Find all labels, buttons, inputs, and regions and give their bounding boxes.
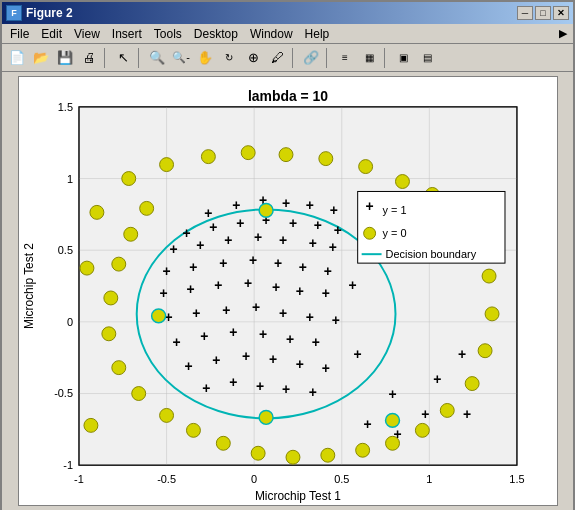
svg-point-118 — [159, 408, 173, 422]
svg-text:+: + — [222, 302, 230, 318]
svg-point-113 — [320, 448, 334, 462]
svg-point-105 — [482, 269, 496, 283]
open-button[interactable]: 📂 — [30, 47, 52, 69]
svg-text:+: + — [242, 348, 250, 364]
svg-text:-0.5: -0.5 — [157, 473, 176, 485]
colorbar-button[interactable]: ▦ — [358, 47, 380, 69]
save-button[interactable]: 💾 — [54, 47, 76, 69]
sep5 — [384, 48, 388, 68]
x-axis-label: Microchip Test 1 — [254, 489, 340, 503]
pan-button[interactable]: ✋ — [194, 47, 216, 69]
svg-text:+: + — [353, 346, 361, 362]
svg-text:+: + — [224, 232, 232, 248]
svg-text:+: + — [182, 225, 190, 241]
svg-text:+: + — [295, 356, 303, 372]
svg-text:+: + — [209, 219, 217, 235]
svg-point-132 — [79, 261, 93, 275]
svg-point-109 — [440, 403, 454, 417]
svg-text:+: + — [229, 374, 237, 390]
svg-text:1: 1 — [426, 473, 432, 485]
new-button[interactable]: 📄 — [6, 47, 28, 69]
svg-text:+: + — [348, 277, 356, 293]
svg-text:0: 0 — [66, 316, 72, 328]
svg-text:+: + — [281, 381, 289, 397]
svg-point-133 — [83, 418, 97, 432]
svg-text:+: + — [202, 380, 210, 396]
svg-text:+: + — [249, 252, 257, 268]
svg-point-136 — [363, 227, 375, 239]
menu-window[interactable]: Window — [244, 24, 299, 43]
svg-text:+: + — [333, 222, 341, 238]
svg-text:+: + — [328, 239, 336, 255]
svg-point-120 — [111, 361, 125, 375]
svg-text:+: + — [244, 275, 252, 291]
svg-text:+: + — [285, 331, 293, 347]
plot-svg: lambda = 10 — [19, 77, 557, 505]
zoom-in-button[interactable]: 🔍 — [146, 47, 168, 69]
svg-point-125 — [139, 201, 153, 215]
menu-desktop[interactable]: Desktop — [188, 24, 244, 43]
svg-text:+: + — [308, 384, 316, 400]
svg-text:+: + — [278, 305, 286, 321]
svg-text:y = 1: y = 1 — [382, 204, 406, 216]
menu-tools[interactable]: Tools — [148, 24, 188, 43]
svg-point-110 — [415, 423, 429, 437]
svg-text:y = 0: y = 0 — [382, 227, 406, 239]
svg-text:+: + — [321, 285, 329, 301]
svg-point-119 — [131, 387, 145, 401]
svg-point-129 — [385, 413, 399, 427]
matlab-figure-window: F Figure 2 ─ □ ✕ File Edit View Insert T… — [0, 0, 575, 510]
svg-text:+: + — [159, 285, 167, 301]
svg-text:1: 1 — [66, 173, 72, 185]
svg-text:+: + — [305, 197, 313, 213]
zoom-out-button[interactable]: 🔍- — [170, 47, 192, 69]
menu-edit[interactable]: Edit — [35, 24, 68, 43]
svg-text:+: + — [321, 360, 329, 376]
svg-text:0.5: 0.5 — [334, 473, 349, 485]
data-cursor-button[interactable]: ⊕ — [242, 47, 264, 69]
svg-text:+: + — [363, 416, 371, 432]
svg-text:+: + — [172, 334, 180, 350]
svg-text:+: + — [212, 352, 220, 368]
link-button[interactable]: 🔗 — [300, 47, 322, 69]
svg-point-99 — [318, 152, 332, 166]
menu-help[interactable]: Help — [299, 24, 336, 43]
svg-point-97 — [241, 146, 255, 160]
legend-button[interactable]: ≡ — [334, 47, 356, 69]
svg-text:+: + — [256, 378, 264, 394]
svg-point-131 — [89, 205, 103, 219]
menu-insert[interactable]: Insert — [106, 24, 148, 43]
svg-point-114 — [286, 450, 300, 464]
svg-text:+: + — [463, 406, 471, 422]
menu-file[interactable]: File — [4, 24, 35, 43]
brush-button[interactable]: 🖊 — [266, 47, 288, 69]
svg-text:+: + — [219, 255, 227, 271]
svg-point-122 — [103, 291, 117, 305]
maximize-button[interactable]: □ — [535, 6, 551, 20]
print-button[interactable]: 🖨 — [78, 47, 100, 69]
sep2 — [138, 48, 142, 68]
svg-text:+: + — [271, 279, 279, 295]
layout-button[interactable]: ▣ — [392, 47, 414, 69]
svg-text:+: + — [196, 237, 204, 253]
toolbar: 📄 📂 💾 🖨 ↖ 🔍 🔍- ✋ ↻ ⊕ 🖊 🔗 ≡ ▦ ▣ ▤ — [2, 44, 573, 72]
rotate-button[interactable]: ↻ — [218, 47, 240, 69]
pointer-button[interactable]: ↖ — [112, 47, 134, 69]
svg-text:+: + — [281, 195, 289, 211]
svg-point-126 — [151, 309, 165, 323]
plot-tools-button[interactable]: ▤ — [416, 47, 438, 69]
close-button[interactable]: ✕ — [553, 6, 569, 20]
svg-text:+: + — [329, 202, 337, 218]
menu-view[interactable]: View — [68, 24, 106, 43]
svg-text:Decision boundary: Decision boundary — [385, 248, 476, 260]
svg-text:+: + — [295, 283, 303, 299]
svg-text:+: + — [189, 259, 197, 275]
title-buttons: ─ □ ✕ — [517, 6, 569, 20]
svg-text:+: + — [229, 324, 237, 340]
minimize-button[interactable]: ─ — [517, 6, 533, 20]
svg-point-108 — [465, 377, 479, 391]
svg-text:1.5: 1.5 — [509, 473, 524, 485]
svg-text:+: + — [458, 346, 466, 362]
svg-text:+: + — [433, 371, 441, 387]
menu-arrow: ▶ — [559, 27, 571, 40]
